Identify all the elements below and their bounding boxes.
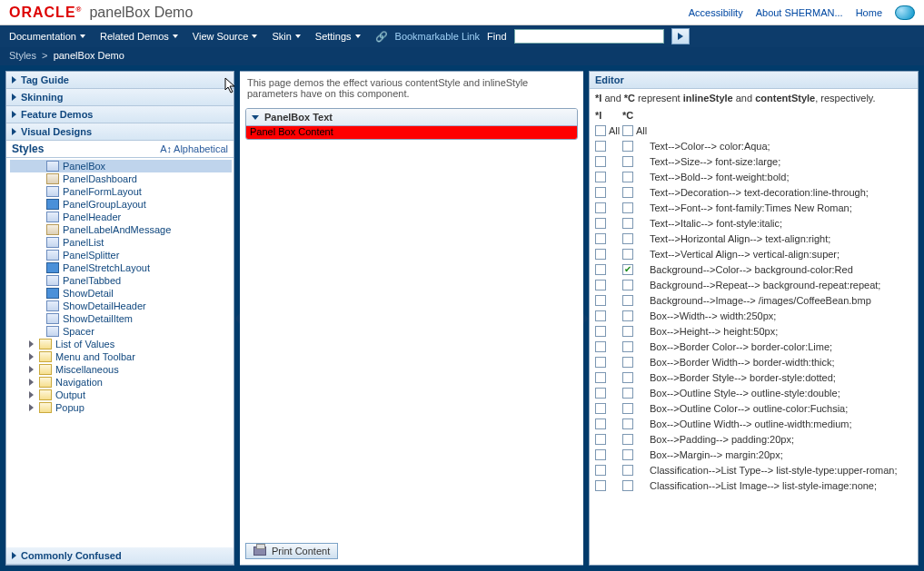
checkbox-i-16[interactable] [595,388,606,399]
menu-documentation[interactable]: Documentation [9,31,85,42]
breadcrumb-root[interactable]: Styles [9,50,36,61]
checkbox-c-8[interactable] [622,264,633,275]
checkbox-i-6[interactable] [595,233,606,244]
nav-feature-demos[interactable]: Feature Demos [6,106,233,123]
checkbox-c-20[interactable] [622,449,633,460]
tree-item-panelbox[interactable]: PanelBox [10,160,232,172]
tree-item-showdetail[interactable]: ShowDetail [10,287,232,300]
bookmarkable-link[interactable]: Bookmarkable Link [395,31,481,42]
checkbox-i-20[interactable] [595,449,606,460]
checkbox-c-22[interactable] [622,480,633,491]
checkbox-c-0[interactable] [622,141,633,152]
checkbox-i-8[interactable] [595,264,606,275]
checkbox-c-1[interactable] [622,156,633,167]
checkbox-i-9[interactable] [595,280,606,290]
tree-item-paneldashboard[interactable]: PanelDashboard [10,172,232,185]
tree-item-showdetailitem[interactable]: ShowDetailItem [10,312,232,325]
print-content-button[interactable]: Print Content [245,543,338,559]
tree-category-menu-and-toolbar[interactable]: Menu and Toolbar [10,350,232,363]
checkbox-c-14[interactable] [622,357,633,368]
checkbox-i-0[interactable] [595,141,606,152]
checkbox-c-2[interactable] [622,172,633,182]
tree-item-paneltabbed[interactable]: PanelTabbed [10,274,232,287]
checkbox-i-2[interactable] [595,172,606,182]
menu-related-demos[interactable]: Related Demos [100,31,178,42]
checkbox-c-4[interactable] [622,202,633,213]
checkbox-i-1[interactable] [595,156,606,167]
expand-icon [26,391,35,399]
component-icon [46,262,59,273]
tree-item-panelheader[interactable]: PanelHeader [10,211,232,223]
option-row: Box-->Border Style--> border-style:dotte… [595,369,912,385]
component-tree[interactable]: PanelBoxPanelDashboardPanelFormLayoutPan… [6,158,233,547]
tree-item-panelsplitter[interactable]: PanelSplitter [10,249,232,261]
checkbox-c-15[interactable] [622,372,633,383]
checkbox-i-18[interactable] [595,418,606,429]
find-go-button[interactable] [671,28,690,44]
checkbox-i-10[interactable] [595,295,606,306]
tree-category-popup[interactable]: Popup [10,401,232,414]
checkbox-i-7[interactable] [595,249,606,260]
tree-category-list-of-values[interactable]: List of Values [10,338,232,350]
nav-commonly-confused[interactable]: Commonly Confused [6,547,233,565]
link-about[interactable]: About SHERMAN... [756,7,843,18]
tree-category-navigation[interactable]: Navigation [10,376,232,389]
tree-item-panellabelandmessage[interactable]: PanelLabelAndMessage [10,223,232,236]
checkbox-i-14[interactable] [595,357,606,368]
checkbox-i-12[interactable] [595,326,606,337]
tree-item-panellist[interactable]: PanelList [10,236,232,249]
nav-tag-guide[interactable]: Tag Guide [6,72,233,89]
component-icon [46,313,59,324]
menu-view-source[interactable]: View Source [193,31,258,42]
menu-skin[interactable]: Skin [272,31,300,42]
checkbox-c-6[interactable] [622,233,633,244]
chevron-down-icon [355,34,361,38]
checkbox-all-c[interactable] [622,125,633,136]
tree-item-panelgrouplayout[interactable]: PanelGroupLayout [10,198,232,211]
sort-alphabetical[interactable]: A↕ Alphabetical [160,143,228,154]
checkbox-i-13[interactable] [595,341,606,352]
home-orb-icon[interactable] [895,5,915,20]
link-accessibility[interactable]: Accessibility [689,7,743,18]
left-nav-panel: Tag GuideSkinningFeature DemosVisual Des… [5,71,234,566]
checkbox-c-21[interactable] [622,465,633,476]
checkbox-i-11[interactable] [595,310,606,321]
checkbox-c-13[interactable] [622,341,633,352]
checkbox-c-11[interactable] [622,310,633,321]
checkbox-c-9[interactable] [622,280,633,290]
tree-category-miscellaneous[interactable]: Miscellaneous [10,363,232,376]
checkbox-i-21[interactable] [595,465,606,476]
editor-options-scroll[interactable]: *I*CAllAllText-->Color--> color:Aqua;Tex… [595,107,912,517]
checkbox-c-18[interactable] [622,418,633,429]
checkbox-i-22[interactable] [595,480,606,491]
component-icon [46,288,59,299]
option-row: Text-->Size--> font-size:large; [595,153,912,169]
checkbox-i-17[interactable] [595,403,606,414]
checkbox-c-10[interactable] [622,295,633,306]
checkbox-c-3[interactable] [622,187,633,198]
tree-item-panelstretchlayout[interactable]: PanelStretchLayout [10,261,232,274]
find-input[interactable] [514,29,664,44]
option-row: Text-->Color--> color:Aqua; [595,138,912,153]
checkbox-c-5[interactable] [622,218,633,229]
link-home[interactable]: Home [856,7,882,18]
checkbox-c-17[interactable] [622,403,633,414]
checkbox-i-4[interactable] [595,202,606,213]
tree-item-spacer[interactable]: Spacer [10,325,232,338]
panelbox-header[interactable]: PanelBox Text [246,109,577,126]
nav-visual-designs[interactable]: Visual Designs [6,123,233,141]
nav-skinning[interactable]: Skinning [6,89,233,106]
tree-category-output[interactable]: Output [10,389,232,401]
checkbox-i-3[interactable] [595,187,606,198]
checkbox-c-19[interactable] [622,434,633,445]
checkbox-c-12[interactable] [622,326,633,337]
menu-settings[interactable]: Settings [315,31,361,42]
checkbox-c-7[interactable] [622,249,633,260]
checkbox-i-5[interactable] [595,218,606,229]
checkbox-c-16[interactable] [622,388,633,399]
checkbox-i-19[interactable] [595,434,606,445]
tree-item-showdetailheader[interactable]: ShowDetailHeader [10,300,232,312]
checkbox-all-i[interactable] [595,125,606,136]
tree-item-panelformlayout[interactable]: PanelFormLayout [10,185,232,198]
checkbox-i-15[interactable] [595,372,606,383]
